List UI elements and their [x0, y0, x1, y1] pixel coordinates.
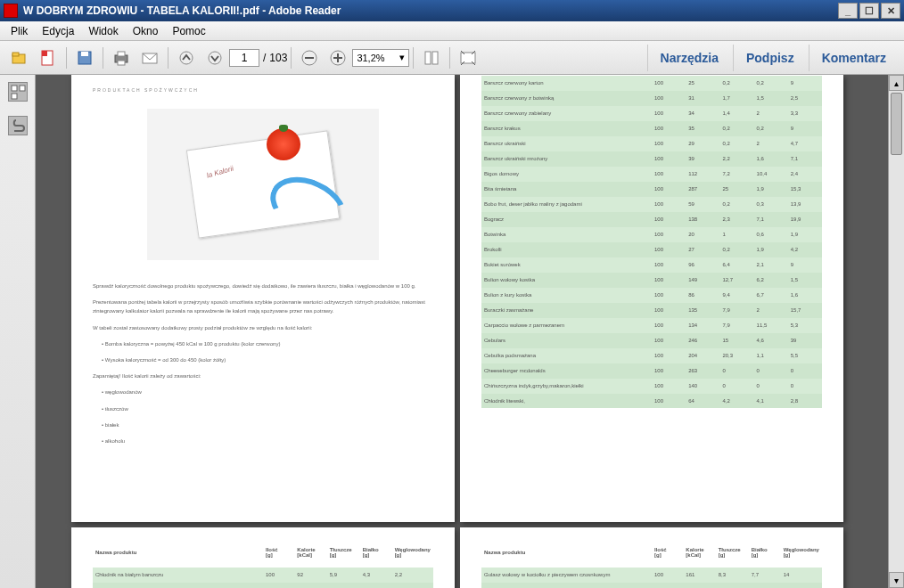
scroll-track[interactable] [889, 91, 904, 572]
print-button[interactable] [109, 45, 134, 70]
table-row: Barszcz ukraiński mrożony100392,21,67,1 [481, 151, 822, 167]
fit-view-button[interactable] [419, 45, 444, 70]
table-row: Chińszczyzna indyk,grzyby,makaron,kiełki… [481, 379, 822, 394]
menu-edit[interactable]: Edycja [35, 23, 81, 39]
paragraph: Zapamiętaj! Ilość kalorii zależy od zawa… [93, 372, 433, 380]
bullet: • Bomba kaloryczna = powyżej 450 kCal w … [102, 339, 433, 348]
table-cell: 1,5 [788, 273, 822, 288]
table-cell: 100 [652, 91, 686, 106]
table-cell: 100 [652, 227, 686, 242]
table-cell: 6,7 [754, 288, 788, 303]
svg-rect-4 [81, 52, 88, 56]
page-down-button[interactable] [202, 45, 227, 70]
table-cell: 6,2 [754, 273, 788, 288]
thumbnails-icon[interactable] [8, 82, 28, 102]
menu-window[interactable]: Okno [126, 23, 166, 39]
sign-button[interactable]: Podpisz [733, 45, 807, 71]
table-cell: 135 [686, 303, 719, 318]
table-cell: 0,2 [719, 76, 753, 91]
bullet: • białek [102, 421, 433, 429]
close-button[interactable]: ✕ [881, 3, 900, 19]
zoom-select[interactable]: 31,2% ▾ [352, 49, 409, 67]
table-cell: 9 [788, 121, 822, 136]
pdf-page-3: Nazwa produktuIlość[g]Kalorie[kCal]Tłusz… [71, 527, 455, 588]
menu-help[interactable]: Pomoc [165, 23, 212, 39]
table-cell: 134 [686, 318, 719, 333]
calorie-table: Barszcz czerwony karton100250,20,29Barsz… [481, 75, 822, 408]
save-button[interactable] [72, 45, 97, 70]
tomato-graphic [267, 128, 300, 160]
email-button[interactable] [137, 45, 162, 70]
table-cell: 12 [716, 583, 749, 589]
menu-file[interactable]: Plik [4, 23, 35, 39]
table-cell: Carpaccio wołowe z parmezanem [481, 318, 652, 333]
table-cell: 149 [686, 273, 719, 288]
table-cell: Barszcz czerwony karton [481, 76, 652, 91]
table-cell: 0 [719, 363, 753, 379]
table-cell: 7 [749, 583, 781, 589]
table-cell: Bulion wołowy kostka [481, 273, 652, 288]
scroll-up-button[interactable]: ▴ [889, 75, 904, 91]
table-cell: Cebulars [481, 333, 652, 348]
table-cell: 100 [263, 568, 294, 583]
table-cell: 100 [652, 583, 683, 589]
table-row: Gulasz z serc drob1009912712 [481, 583, 822, 589]
create-pdf-button[interactable] [36, 45, 61, 70]
table-cell: 31 [686, 91, 719, 106]
scroll-thumb[interactable] [891, 93, 902, 155]
table-cell: 100 [652, 379, 686, 394]
col-header: Ilość[g] [652, 542, 683, 568]
table-cell: 100 [652, 257, 686, 273]
table-cell: 100 [652, 136, 686, 151]
table-row: Barszcz ukraiński100290,224,7 [481, 136, 822, 151]
col-header: Nazwa produktu [93, 542, 263, 568]
zoom-value: 31,2% [357, 53, 384, 63]
table-cell: 39 [788, 333, 822, 348]
table-row: Bigos domowy1001127,210,42,4 [481, 167, 822, 182]
toolbar-right: Narzędzia Podpisz Komentarz [647, 45, 899, 71]
table-cell: 12 [781, 583, 822, 589]
table-cell: 96 [686, 257, 719, 273]
chevron-down-icon: ▾ [399, 52, 405, 63]
col-header: Tłuszcze[g] [327, 542, 360, 568]
table-cell: 2 [754, 136, 788, 151]
tools-button[interactable]: Narzędzia [647, 45, 731, 71]
attachments-icon[interactable] [8, 116, 28, 135]
table-cell: 2 [754, 106, 788, 121]
vertical-scrollbar[interactable]: ▴ ▾ [888, 75, 904, 588]
table-cell: 2,2 [392, 568, 433, 583]
document-viewport[interactable]: PRODUKTACH SPOŻYWCZYCH la Kalorii Sprawd… [36, 75, 888, 588]
zoom-in-button[interactable] [325, 45, 350, 70]
table-cell: 92 [294, 568, 326, 583]
page-number-input[interactable] [229, 49, 259, 67]
table-cell: 3,3 [788, 106, 822, 121]
svg-rect-18 [461, 53, 475, 63]
table-row: Chłodnik na rosole,100634,14,52,6 [93, 583, 433, 589]
table-cell: Barszcz ukraiński [481, 136, 652, 151]
col-header: Tłuszcze[g] [716, 542, 749, 568]
zoom-out-button[interactable] [297, 45, 322, 70]
table-row: Bogracz1001382,37,119,9 [481, 212, 822, 227]
minimize-button[interactable]: _ [838, 3, 858, 19]
table-cell: 204 [686, 348, 719, 363]
window-titlebar: W DOBRYM ZDROWIU - TABELA KALORII!.pdf -… [0, 0, 904, 21]
table-cell: 161 [683, 568, 715, 583]
table-cell: Botwinka [481, 227, 652, 242]
table-cell: 0 [788, 379, 822, 394]
table-cell: 100 [652, 76, 686, 91]
page-header: PRODUKTACH SPOŻYWCZYCH [93, 87, 433, 93]
table-cell: 4,1 [754, 394, 788, 409]
table-cell: 1,9 [754, 182, 788, 197]
bullet-text: białek [105, 422, 119, 428]
page-up-button[interactable] [174, 45, 199, 70]
svg-rect-1 [12, 53, 19, 56]
read-mode-button[interactable] [456, 45, 481, 70]
table-cell: 86 [686, 288, 719, 303]
open-button[interactable] [7, 45, 32, 70]
comment-button[interactable]: Komentarz [809, 45, 899, 71]
maximize-button[interactable]: ☐ [859, 3, 879, 19]
scroll-down-button[interactable]: ▾ [889, 572, 904, 588]
window-controls: _ ☐ ✕ [838, 3, 900, 19]
table-row: Buraczki zasmażane1001357,9215,7 [481, 303, 822, 318]
menu-view[interactable]: Widok [81, 23, 125, 39]
